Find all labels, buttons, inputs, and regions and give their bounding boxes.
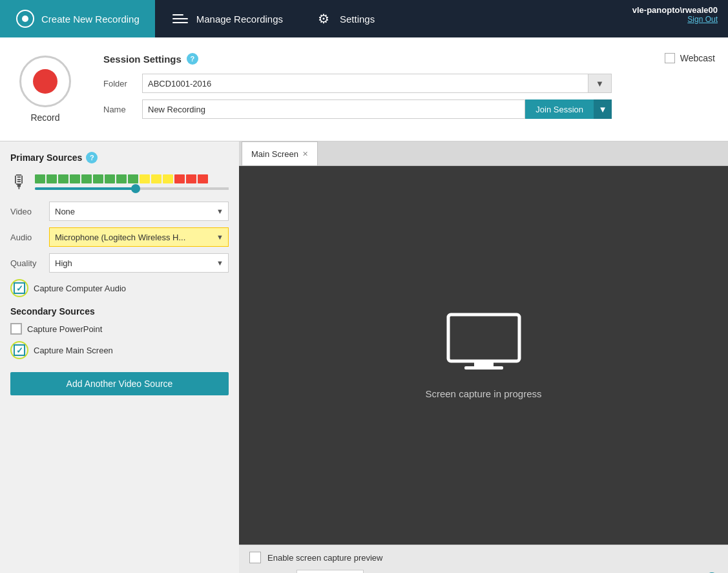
enable-preview-checkbox[interactable] (249, 552, 261, 563)
create-recording-button[interactable]: Create New Recording (0, 0, 155, 37)
settings-button[interactable]: ⚙ Settings (298, 0, 390, 37)
volume-slider-thumb[interactable] (131, 184, 140, 193)
join-session-main[interactable]: Join Session (525, 99, 594, 119)
record-icon-header (16, 9, 35, 28)
quality-select[interactable]: High Medium Low (49, 253, 229, 273)
join-session-arrow[interactable]: ▼ (594, 99, 612, 119)
audio-label: Audio (10, 233, 49, 242)
capture-computer-audio-checkbox[interactable] (14, 282, 25, 294)
name-label: Name (103, 105, 142, 114)
preview-text: Screen capture in progress (425, 388, 541, 399)
manage-recordings-button[interactable]: Manage Recordings (155, 0, 298, 37)
resolution-select-wrapper: 1920 x 1080 1280 x 720 640 x 480 ▼ (296, 570, 364, 573)
meter-container (35, 174, 229, 190)
manage-icon-shape (172, 11, 188, 26)
enable-preview-label: Enable screen capture preview (267, 553, 383, 563)
capture-computer-audio-label: Capture Computer Audio (34, 284, 126, 293)
list-icon (171, 9, 190, 28)
name-row: Name Join Session ▼ (103, 99, 612, 119)
camera-icon (16, 10, 34, 28)
sign-out-link[interactable]: Sign Out (632, 15, 718, 24)
folder-dropdown-button[interactable]: ▼ (588, 74, 612, 93)
meter-bar (47, 174, 57, 183)
secondary-sources-title: Secondary Sources (10, 306, 229, 317)
primary-sources-title: Primary Sources ? (10, 152, 229, 163)
meter-bar (116, 174, 127, 183)
tab-close-icon[interactable]: ✕ (302, 150, 308, 158)
video-select[interactable]: None (49, 202, 229, 221)
capture-computer-audio-row: Capture Computer Audio (10, 279, 229, 297)
record-button[interactable] (19, 56, 71, 107)
audio-select-wrapper: Microphone (Logitech Wireless H... ▼ (49, 227, 229, 247)
audio-select[interactable]: Microphone (Logitech Wireless H... (49, 227, 229, 247)
quality-row: Quality High Medium Low ▼ (10, 253, 229, 273)
meter-bar (58, 174, 68, 183)
meter-bar (93, 174, 103, 183)
meter-bar (186, 174, 196, 183)
right-panel: Main Screen ✕ Screen capture in progress… (239, 141, 728, 573)
video-select-wrapper: None ▼ (49, 202, 229, 221)
meter-bar (198, 174, 208, 183)
folder-input[interactable] (142, 74, 588, 93)
meter-bar (163, 174, 173, 183)
tab-main-screen-label: Main Screen (251, 149, 298, 159)
capture-main-screen-row: Capture Main Screen (10, 341, 229, 359)
manage-recordings-label: Manage Recordings (196, 14, 283, 25)
capture-main-screen-checkbox[interactable] (14, 344, 25, 356)
capture-powerpoint-label: Capture PowerPoint (27, 324, 102, 334)
session-help-icon[interactable]: ? (187, 53, 198, 65)
record-label: Record (30, 112, 59, 123)
audio-meter-area: 🎙 (10, 171, 229, 193)
join-session-button[interactable]: Join Session ▼ (525, 99, 612, 119)
webcast-checkbox[interactable] (665, 53, 675, 63)
monitor-svg (445, 311, 523, 376)
folder-label: Folder (103, 79, 142, 89)
resolution-row: Resolution 1920 x 1080 1280 x 720 640 x … (249, 570, 718, 573)
mic-icon: 🎙 (10, 171, 28, 193)
volume-slider-track (35, 187, 229, 190)
meter-bar (151, 174, 161, 183)
tab-bar: Main Screen ✕ (239, 141, 728, 166)
user-info: vle-panopto\rweale00 Sign Out (622, 0, 728, 37)
webcast-area: Webcast (625, 48, 728, 130)
capture-screen-highlight (10, 341, 28, 359)
create-recording-label: Create New Recording (41, 14, 140, 25)
username: vle-panopto\rweale00 (632, 5, 718, 15)
add-another-video-source-button[interactable]: Add Another Video Source (10, 372, 229, 395)
left-panel: Primary Sources ? 🎙 (0, 141, 239, 573)
session-title-text: Session Settings (103, 54, 182, 65)
name-input[interactable] (142, 99, 525, 119)
session-area: Session Settings ? Folder ▼ Name Join Se… (90, 48, 625, 130)
primary-sources-help-icon[interactable]: ? (86, 152, 98, 163)
header: Create New Recording Manage Recordings ⚙… (0, 0, 728, 37)
main-content: Primary Sources ? 🎙 (0, 141, 728, 573)
capture-powerpoint-checkbox[interactable] (10, 323, 22, 335)
capture-audio-highlight (10, 279, 28, 297)
record-dot (33, 69, 57, 94)
webcast-label: Webcast (680, 53, 715, 63)
svg-rect-1 (474, 361, 494, 366)
quality-select-wrapper: High Medium Low ▼ (49, 253, 229, 273)
meter-bar (81, 174, 92, 183)
svg-rect-0 (448, 315, 519, 361)
capture-powerpoint-row: Capture PowerPoint (10, 323, 229, 335)
meter-bar (174, 174, 185, 183)
preview-area: Screen capture in progress (239, 166, 728, 545)
gear-icon: ⚙ (314, 9, 333, 28)
meter-bar (70, 174, 80, 183)
monitor-icon (445, 311, 523, 378)
resolution-select[interactable]: 1920 x 1080 1280 x 720 640 x 480 (296, 570, 364, 573)
capture-main-screen-label: Capture Main Screen (34, 346, 113, 355)
session-settings-bar: Record Session Settings ? Folder ▼ Name … (0, 37, 728, 141)
meter-bar (140, 174, 150, 183)
meter-bars (35, 174, 229, 183)
enable-preview-row: Enable screen capture preview (249, 552, 718, 563)
settings-label: Settings (340, 14, 375, 25)
audio-row: Audio Microphone (Logitech Wireless H...… (10, 227, 229, 247)
record-button-area: Record (0, 48, 90, 130)
tab-main-screen[interactable]: Main Screen ✕ (242, 141, 318, 165)
meter-bar (105, 174, 115, 183)
video-row: Video None ▼ (10, 202, 229, 221)
folder-row: Folder ▼ (103, 74, 612, 93)
preview-bottom: Enable screen capture preview Resolution… (239, 545, 728, 573)
